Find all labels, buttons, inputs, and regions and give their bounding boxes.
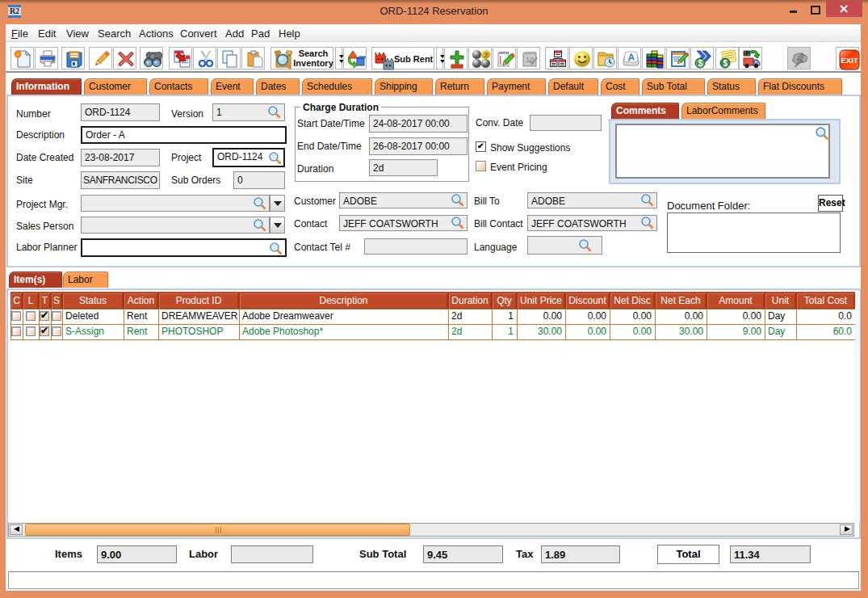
svg-text:EXIT: EXIT [841,56,858,65]
svg-text:?: ? [484,51,489,59]
svg-text:$: $ [698,58,703,68]
svg-text:$: $ [723,59,728,68]
